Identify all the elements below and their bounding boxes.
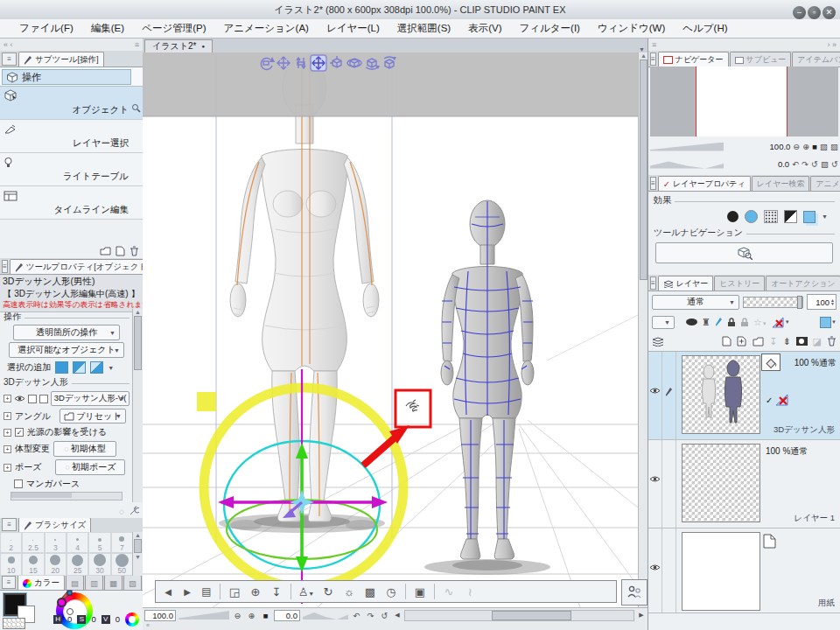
fit-to-screen-icon[interactable]: ■	[260, 611, 271, 620]
initial-body-button[interactable]: ◌ 初期体型	[53, 441, 116, 457]
zoom-out-icon[interactable]: ⊖	[793, 142, 800, 151]
tone-effect-icon[interactable]	[764, 210, 778, 223]
trash-icon[interactable]	[130, 246, 139, 256]
color-history-tab[interactable]: ▧	[123, 576, 142, 590]
brush-size-cell[interactable]: 2	[0, 532, 22, 553]
transparent-color-swatch[interactable]	[3, 618, 25, 629]
layer-list-icon[interactable]	[652, 337, 664, 346]
new-layer-icon[interactable]	[722, 336, 732, 346]
zoom-slider[interactable]	[178, 611, 229, 620]
selection-add-icon[interactable]	[73, 361, 86, 374]
minimize-button[interactable]: –	[793, 6, 806, 19]
brush-size-cell[interactable]: 20	[45, 553, 66, 576]
reference-layer-icon[interactable]: ♜	[702, 317, 710, 328]
maximize-button[interactable]: ▫	[808, 6, 821, 19]
import-preset-button[interactable]: ◲	[225, 585, 244, 598]
ruler-x-icon[interactable]	[775, 394, 789, 406]
panel-menu-icon[interactable]: ≡	[650, 52, 656, 66]
color-wheel-button[interactable]	[125, 612, 139, 626]
brush-size-scrollbar[interactable]: ▲ ▼	[132, 532, 143, 576]
opacity-slider[interactable]	[743, 297, 803, 308]
hand-pose-button[interactable]: ∿	[439, 585, 458, 598]
object-move-icon[interactable]	[311, 55, 326, 71]
brush-size-cell[interactable]: 10	[0, 553, 22, 576]
border-effect2-icon[interactable]	[745, 210, 758, 223]
manga-perspective-checkbox[interactable]	[14, 480, 23, 488]
grip-icon[interactable]: ≡	[135, 40, 139, 49]
expand-icon[interactable]: +	[4, 445, 11, 453]
layer-row-paper[interactable]: 用紙	[648, 528, 840, 613]
hide-ui-icon[interactable]: «	[146, 622, 150, 628]
expand-icon[interactable]: +	[4, 429, 11, 437]
transfer-down-icon[interactable]: ↧	[769, 336, 777, 347]
subtool-item-layer-select[interactable]: レイヤー選択	[0, 120, 143, 153]
menu-help[interactable]: ヘルプ(H)	[674, 22, 736, 35]
rotation-slider[interactable]	[303, 611, 348, 620]
tab-navigator[interactable]: ナビゲーター	[658, 52, 729, 66]
color-set-tab[interactable]: ▥	[85, 576, 103, 590]
chevron-down-icon[interactable]: ▼	[822, 214, 828, 220]
menu-window[interactable]: ウィンドウ(W)	[589, 22, 674, 35]
clip-mask-icon[interactable]	[686, 318, 697, 326]
wrench-icon[interactable]	[129, 506, 139, 516]
canvas-3d-scene[interactable]	[143, 52, 638, 607]
sync-pose-button[interactable]	[621, 579, 648, 606]
brush-size-cell[interactable]: 5	[88, 532, 110, 553]
prev-page-button[interactable]: ◀	[159, 587, 177, 597]
collapse-left2-icon[interactable]: ‹	[10, 40, 13, 49]
rotate-left-icon[interactable]: ↶	[792, 159, 799, 169]
brush-size-cell[interactable]: 4	[66, 532, 88, 553]
draft-pen-icon[interactable]	[715, 317, 723, 327]
rotate-right-icon[interactable]: ↷	[802, 159, 808, 169]
layer-thumbnail[interactable]	[682, 532, 760, 611]
brush-size-cell[interactable]: 3	[45, 532, 66, 553]
tab-animation-cel[interactable]: アニメーションセル	[810, 176, 840, 191]
menu-edit[interactable]: 編集(E)	[82, 22, 133, 35]
checkbox[interactable]	[39, 395, 48, 403]
selectable-object-dropdown[interactable]: 選択可能なオブジェクト▼	[9, 342, 124, 358]
tab-layer-property[interactable]: ✓ レイヤープロパティ	[658, 176, 751, 191]
rotate-left-icon[interactable]: ↶	[351, 611, 362, 620]
timeline-button[interactable]: ◷	[382, 585, 401, 598]
collapse-right-icon[interactable]: »	[832, 40, 836, 49]
border-effect-icon[interactable]	[727, 211, 738, 222]
brush-size-cell[interactable]: 50	[111, 553, 133, 576]
layer-color-toggle[interactable]: ▼	[820, 317, 836, 328]
new-vector-layer-icon[interactable]	[737, 336, 747, 346]
layer-row-layer1[interactable]: 100 %通常 レイヤー 1	[648, 440, 840, 528]
subtool-group-header[interactable]: 操作	[2, 69, 131, 85]
navigator-zoom-slider[interactable]	[650, 143, 724, 151]
horizontal-scrollbar[interactable]	[10, 492, 122, 500]
reset-all-icon[interactable]: ◌	[119, 507, 124, 516]
scroll-right-icon[interactable]: ▶	[637, 612, 646, 619]
flip-vertical-icon[interactable]: ▨	[830, 142, 838, 151]
model-menu-button[interactable]: ♙▼	[296, 585, 317, 598]
rotate-reset-icon[interactable]: ↺	[811, 159, 818, 169]
layer-palette-dropdown[interactable]: ▼	[652, 316, 675, 329]
subtool-item-timeline-edit[interactable]: タイムライン編集	[0, 186, 143, 220]
command-bar-button[interactable]: ▤	[198, 585, 215, 598]
rotate-reset-icon[interactable]: ↺	[379, 611, 390, 620]
draft-layer-icon[interactable]: ☆▼	[753, 317, 767, 328]
menu-file[interactable]: ファイル(F)	[10, 22, 82, 35]
menu-selection[interactable]: 選択範囲(S)	[388, 22, 459, 35]
menu-view[interactable]: 表示(V)	[459, 22, 510, 35]
menu-animation[interactable]: アニメーション(A)	[214, 22, 317, 35]
eye-icon[interactable]	[649, 564, 661, 571]
menu-filter[interactable]: フィルター(I)	[511, 22, 589, 35]
layer-thumbnail[interactable]	[682, 444, 760, 522]
brush-size-cell[interactable]: 25	[66, 553, 88, 576]
layer-mask-icon[interactable]	[796, 337, 808, 346]
expand-icon[interactable]: +	[4, 412, 11, 420]
color-mixer-tab[interactable]: ▦	[104, 576, 122, 590]
tab-layer-search[interactable]: レイヤー検索	[752, 176, 810, 191]
chevron-down-icon[interactable]: ▼	[108, 365, 114, 371]
expand-icon[interactable]: +	[4, 395, 11, 402]
rotation-reset2-icon[interactable]: ↺	[831, 159, 838, 169]
menu-layer[interactable]: レイヤー(L)	[318, 22, 388, 35]
tool-property-scrollbar[interactable]: ▲	[132, 309, 143, 502]
panel-menu-icon[interactable]: ≡	[2, 260, 8, 273]
tab-subview[interactable]: サブビュー	[730, 52, 792, 66]
canvas-viewport[interactable]	[143, 52, 638, 607]
fit-icon[interactable]: ■	[812, 142, 817, 151]
